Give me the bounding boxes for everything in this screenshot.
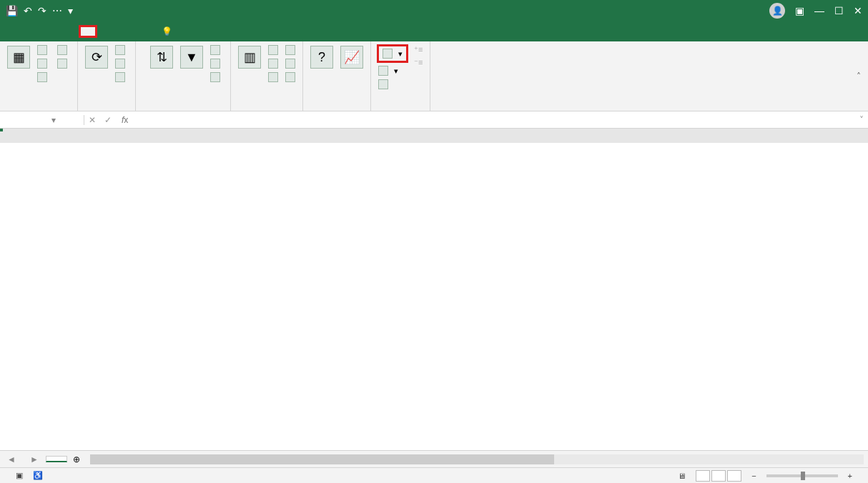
whatif-button[interactable]: ? xyxy=(309,44,335,71)
refresh-all-button[interactable]: ⟳ xyxy=(84,44,109,71)
tab-insert[interactable] xyxy=(36,27,50,36)
sort-icon: ⇅ xyxy=(150,46,173,69)
sheet-tab[interactable] xyxy=(46,456,67,462)
name-box[interactable]: ▾ xyxy=(0,115,84,125)
data-model[interactable] xyxy=(284,71,297,83)
recent-sources[interactable] xyxy=(56,44,71,56)
tab-file[interactable] xyxy=(7,27,21,36)
clear-filter[interactable] xyxy=(209,44,225,56)
ungroup-button[interactable]: ▾ xyxy=(377,65,408,76)
tab-layout[interactable] xyxy=(50,27,64,36)
get-data-icon: ▦ xyxy=(7,46,30,69)
prop-icon xyxy=(115,59,125,69)
horizontal-scrollbar[interactable] xyxy=(90,454,864,464)
from-table[interactable] xyxy=(36,71,51,83)
subtotal-button[interactable] xyxy=(377,79,408,90)
zoom-in-icon[interactable]: + xyxy=(848,472,852,480)
consolidate[interactable] xyxy=(284,44,297,56)
ribbon-display-icon[interactable]: ▣ xyxy=(795,5,804,16)
ribbon-tabs: 💡 xyxy=(0,21,868,41)
ribbon: ▦ ⟳ xyxy=(0,41,868,111)
redo-icon[interactable]: ↷ xyxy=(38,5,46,16)
qat-more-icon[interactable]: ⋯ xyxy=(52,5,62,16)
filter-icon: ▼ xyxy=(180,46,203,69)
add-sheet-icon[interactable]: ⊕ xyxy=(67,454,86,464)
recent-icon xyxy=(57,45,67,55)
maximize-icon[interactable]: ☐ xyxy=(834,5,844,16)
clear-icon xyxy=(210,45,220,55)
show-detail: ⁺≡ xyxy=(413,44,424,55)
tab-formulas[interactable] xyxy=(64,27,79,36)
refresh-icon: ⟳ xyxy=(85,46,108,69)
reapply-icon xyxy=(210,59,220,69)
sheet-nav-prev-icon[interactable]: ◄ xyxy=(0,454,23,464)
filter-button[interactable]: ▼ xyxy=(179,44,204,71)
name-box-input[interactable] xyxy=(4,115,47,125)
view-layout-icon[interactable] xyxy=(711,470,726,482)
properties[interactable] xyxy=(114,58,129,69)
sort-desc[interactable] xyxy=(142,48,144,49)
expand-formula-icon[interactable]: ˅ xyxy=(855,115,868,125)
text-to-columns[interactable]: ▥ xyxy=(237,44,262,71)
workbook-links[interactable] xyxy=(114,71,129,83)
formula-input[interactable] xyxy=(134,115,855,125)
remove-dup[interactable] xyxy=(267,58,280,69)
qat-dropdown-icon[interactable]: ▾ xyxy=(68,5,73,16)
view-normal-icon[interactable] xyxy=(696,470,710,482)
cancel-formula-icon[interactable]: ✕ xyxy=(84,115,100,125)
forecast-sheet-button[interactable]: 📈 xyxy=(339,44,365,71)
sort-asc[interactable] xyxy=(142,44,144,46)
tab-developer[interactable] xyxy=(126,27,140,36)
zoom-out-icon[interactable]: − xyxy=(751,472,756,480)
tab-view[interactable] xyxy=(112,27,126,36)
group-forecast: ? 📈 xyxy=(303,41,371,111)
tab-data[interactable] xyxy=(79,25,97,38)
group-outline: ▾ ▾ ⁺≡ ⁻≡ xyxy=(371,41,430,111)
view-pagebreak-icon[interactable] xyxy=(727,470,741,482)
queries-connections[interactable] xyxy=(114,44,129,56)
spreadsheet-grid[interactable] xyxy=(0,129,868,450)
group-label xyxy=(309,108,365,109)
fx-icon[interactable]: fx xyxy=(116,115,134,125)
reapply[interactable] xyxy=(209,58,225,69)
from-text-csv[interactable] xyxy=(36,44,51,56)
conn-icon xyxy=(57,59,67,69)
group-icon xyxy=(383,49,393,59)
valid-icon xyxy=(268,72,278,82)
tab-help[interactable] xyxy=(140,27,154,36)
status-macro-icon[interactable]: ▣ xyxy=(16,471,23,480)
display-settings[interactable]: 🖥 xyxy=(678,472,686,480)
group-label xyxy=(6,108,71,109)
group-button[interactable]: ▾ xyxy=(377,44,408,63)
group-queries: ⟳ xyxy=(78,41,136,111)
sort-button[interactable]: ⇅ xyxy=(149,44,174,71)
undo-icon[interactable]: ↶ xyxy=(24,5,32,16)
dup-icon xyxy=(268,59,278,69)
table-icon xyxy=(37,72,47,82)
advanced-filter[interactable] xyxy=(209,71,225,83)
group-label xyxy=(84,108,129,109)
adv-icon xyxy=(210,72,220,82)
data-validation[interactable] xyxy=(267,71,280,83)
save-icon[interactable]: 💾 xyxy=(6,5,18,16)
sheet-nav-next-icon[interactable]: ► xyxy=(23,454,46,464)
get-data-button[interactable]: ▦ xyxy=(6,44,31,71)
namebox-dropdown-icon[interactable]: ▾ xyxy=(51,115,56,125)
tellme[interactable]: 💡 xyxy=(154,22,179,41)
existing-conn[interactable] xyxy=(56,58,71,69)
tab-review[interactable] xyxy=(97,27,112,36)
zoom-slider[interactable] xyxy=(766,474,838,477)
status-bar: ▣ ♿ 🖥 − + xyxy=(0,467,868,483)
minimize-icon[interactable]: — xyxy=(814,5,824,16)
queries-icon xyxy=(115,45,125,55)
enter-formula-icon[interactable]: ✓ xyxy=(100,115,116,125)
user-avatar-icon[interactable]: 👤 xyxy=(769,3,785,19)
group-sort-filter: ⇅ ▼ xyxy=(136,41,231,111)
flash-fill[interactable] xyxy=(267,44,280,56)
tab-home[interactable] xyxy=(21,27,36,36)
close-icon[interactable]: ✕ xyxy=(854,5,862,16)
from-web[interactable] xyxy=(36,58,51,69)
collapse-ribbon-icon[interactable]: ˄ xyxy=(857,71,868,81)
relations[interactable] xyxy=(284,58,297,69)
status-accessibility[interactable]: ♿ xyxy=(33,471,43,480)
